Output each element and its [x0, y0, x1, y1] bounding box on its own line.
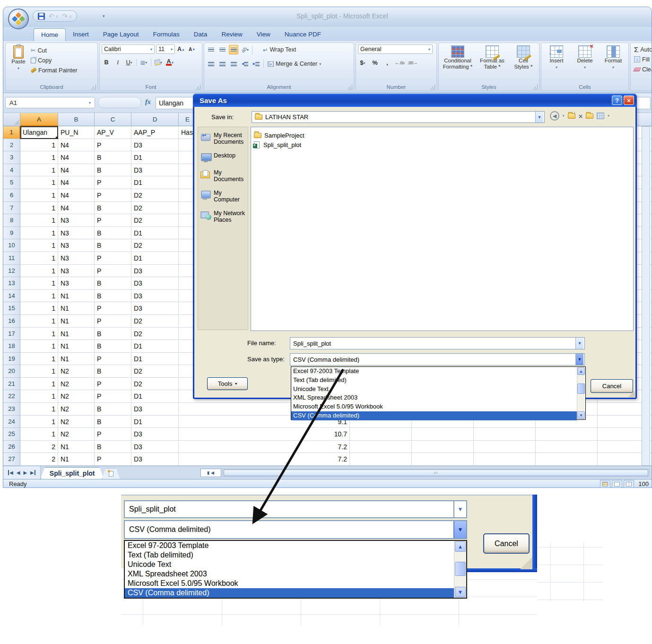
row-header-26[interactable]: 26	[3, 441, 20, 453]
delete-button[interactable]: ×	[579, 112, 583, 120]
row-header-21[interactable]: 21	[3, 378, 20, 391]
type-option[interactable]: Excel 97-2003 Template	[125, 541, 454, 550]
inset-scroll-up-icon[interactable]: ▲	[455, 541, 466, 552]
cell[interactable]: 1	[20, 265, 58, 278]
column-header-d[interactable]: D	[131, 113, 179, 126]
cell[interactable]: D1	[131, 340, 179, 353]
cell[interactable]: D3	[131, 139, 179, 152]
row-header-11[interactable]: 11	[3, 252, 20, 265]
cell[interactable]: 2	[20, 453, 58, 466]
cell[interactable]: D2	[131, 315, 179, 328]
cell[interactable]: 1	[20, 214, 58, 227]
font-size-combo[interactable]: 11▾	[156, 44, 175, 54]
cell[interactable]: 1	[20, 315, 58, 328]
cell[interactable]: P	[95, 315, 131, 328]
cell[interactable]: B	[95, 239, 131, 252]
cell[interactable]: D2	[131, 365, 179, 378]
cell[interactable]: 1	[20, 328, 58, 340]
grow-font-button[interactable]: A▲	[176, 44, 186, 54]
inset-file-name-dropdown-icon[interactable]: ▼	[453, 501, 466, 517]
cell[interactable]: D3	[131, 403, 179, 416]
save-as-type-combo[interactable]: CSV (Comma delimited) ▼	[290, 353, 585, 366]
percent-style-button[interactable]: %	[370, 58, 380, 68]
cell[interactable]: N1	[58, 328, 95, 340]
accounting-format-button[interactable]: $▾	[358, 58, 367, 68]
scroll-thumb[interactable]	[577, 383, 585, 394]
cell[interactable]: N4	[58, 189, 95, 202]
hscroll-left-button[interactable]: ▮◀	[200, 469, 221, 477]
row-header-4[interactable]: 4	[3, 164, 20, 177]
cell[interactable]: D3	[131, 441, 179, 453]
type-option[interactable]: CSV (Comma delimited)	[125, 588, 454, 598]
place-desktop[interactable]: Desktop	[200, 152, 246, 162]
normal-view-button[interactable]	[600, 480, 610, 488]
page-layout-view-button[interactable]	[612, 480, 622, 488]
type-option[interactable]: Unicode Text	[291, 385, 577, 394]
next-sheet-icon[interactable]: ▶	[23, 470, 27, 475]
type-option[interactable]: CSV (Comma delimited)	[291, 411, 577, 420]
conditional-formatting-button[interactable]: Conditional Formatting *	[441, 44, 475, 71]
cell[interactable]: N3	[58, 277, 95, 290]
cell[interactable]: P	[95, 214, 131, 227]
cell[interactable]: N2	[58, 416, 95, 428]
select-all-corner[interactable]	[3, 113, 20, 126]
ribbon-tab-view[interactable]: View	[250, 28, 278, 41]
cell[interactable]: N1	[58, 441, 95, 453]
redo-icon[interactable]: ↷ ‹	[62, 13, 71, 19]
paste-button[interactable]: Paste ▾	[8, 44, 29, 75]
cell[interactable]	[350, 441, 412, 453]
delete-cells-button[interactable]: × Delete▾	[572, 44, 598, 71]
column-header-b[interactable]: B	[58, 113, 95, 126]
cell[interactable]: 10.7	[179, 428, 350, 441]
cell[interactable]: D1	[131, 227, 179, 240]
row-header-27[interactable]: 27	[3, 453, 20, 466]
ribbon-tab-home[interactable]: Home	[34, 28, 66, 41]
merge-center-button[interactable]: aMerge & Center▾	[266, 59, 322, 69]
cell[interactable]: 1	[20, 340, 58, 353]
row-header-15[interactable]: 15	[3, 302, 20, 315]
cell[interactable]: 1	[20, 227, 58, 240]
increase-indent-button[interactable]: ▶	[252, 59, 261, 69]
cell[interactable]: 1	[20, 252, 58, 265]
cell[interactable]: B	[95, 365, 131, 378]
cell[interactable]: 1	[20, 290, 58, 303]
decrease-indent-button[interactable]: ◀	[240, 59, 250, 69]
cell[interactable]: D2	[131, 239, 179, 252]
insert-worksheet-tab[interactable]	[102, 468, 120, 479]
row-header-7[interactable]: 7	[3, 202, 20, 215]
cell[interactable]	[474, 453, 536, 466]
cell[interactable]: 1	[20, 189, 58, 202]
increase-decimal-button[interactable]: ←.00	[395, 58, 405, 68]
cell[interactable]: P	[95, 302, 131, 315]
cell[interactable]: D2	[131, 189, 179, 202]
cell[interactable]	[350, 428, 412, 441]
insert-function-icon[interactable]: fx	[145, 98, 151, 106]
cell[interactable]: D1	[131, 252, 179, 265]
cell[interactable]: N2	[58, 378, 95, 391]
cell[interactable]: P	[95, 378, 131, 391]
views-button[interactable]	[597, 113, 604, 119]
save-icon[interactable]	[38, 13, 45, 20]
cell[interactable]: D3	[131, 277, 179, 290]
row-header-18[interactable]: 18	[3, 340, 20, 353]
format-cells-button[interactable]: Format▾	[600, 44, 626, 71]
font-name-combo[interactable]: Calibri▾	[102, 44, 155, 54]
cell[interactable]: N1	[58, 353, 95, 366]
number-format-combo[interactable]: General▾	[358, 44, 433, 54]
cell[interactable]: D3	[131, 453, 179, 466]
cell[interactable]: B	[95, 202, 131, 215]
save-in-combo[interactable]: LATIHAN STAR ▼	[252, 111, 545, 123]
cell[interactable]: N3	[58, 214, 95, 227]
format-painter-button[interactable]: Format Painter	[29, 65, 79, 75]
vertical-scrollbar[interactable]	[642, 126, 650, 466]
cell[interactable]: N1	[58, 290, 95, 303]
create-new-folder-button[interactable]	[586, 113, 593, 119]
underline-button[interactable]: U▾	[124, 58, 134, 67]
cell[interactable]	[536, 441, 598, 453]
scroll-down-icon[interactable]: ▼	[577, 411, 585, 419]
clear-button[interactable]: Clear	[633, 64, 652, 74]
row-header-2[interactable]: 2	[3, 139, 20, 152]
row-header-22[interactable]: 22	[3, 390, 20, 403]
align-right-button[interactable]	[229, 59, 238, 69]
row-header-9[interactable]: 9	[3, 227, 20, 240]
